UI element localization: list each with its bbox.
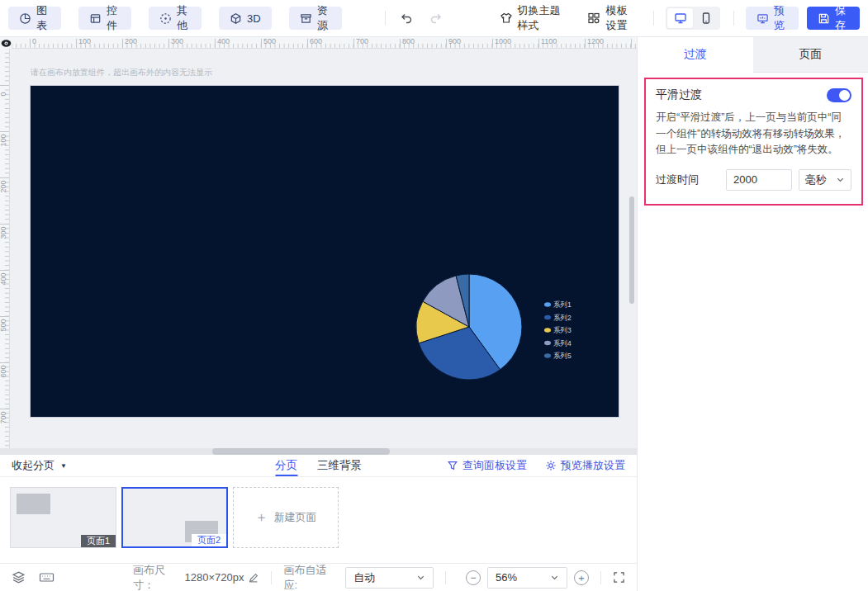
page-2-badge: 页面2 — [192, 534, 226, 546]
legend-label: 系列4 — [553, 339, 572, 348]
smooth-transition-section: 平滑过渡 开启“平滑过渡”后，上一页与当前页中“同一个组件”的转场动效将有移动转… — [644, 78, 863, 206]
design-canvas[interactable]: 系列1系列2系列3系列4系列5 — [30, 85, 619, 418]
transition-time-unit-select[interactable]: 毫秒 — [799, 169, 851, 191]
smooth-transition-description: 开启“平滑过渡”后，上一页与当前页中“同一个组件”的转场动效将有移动转场效果，但… — [656, 110, 851, 158]
tab-transition[interactable]: 过渡 — [638, 37, 753, 73]
legend-marker — [544, 353, 551, 358]
legend-label: 系列1 — [553, 300, 572, 309]
device-switch — [666, 7, 720, 30]
zoom-level-select[interactable]: 56% — [487, 567, 567, 589]
ruler-v-label: 300 — [0, 223, 7, 243]
save-button[interactable]: 保存 — [807, 7, 860, 30]
others-button-label: 其他 — [177, 3, 191, 33]
ruler-h-label: 100 — [78, 37, 91, 45]
statusbar-divider — [271, 571, 272, 584]
save-floppy-icon — [818, 12, 830, 25]
preview-button[interactable]: 预览 — [746, 7, 799, 30]
canvas-fit-select[interactable]: 自动 — [345, 567, 434, 589]
fit-screen-icon[interactable] — [613, 571, 625, 584]
switch-theme-button[interactable]: 切换主题样式 — [500, 3, 567, 33]
query-panel-settings-link[interactable]: 查询面板设置 — [447, 458, 527, 473]
horizontal-ruler: 0100200300400500600700800900100011001200 — [0, 37, 637, 49]
desktop-view-toggle[interactable] — [667, 8, 693, 28]
tab-3d-background[interactable]: 三维背景 — [317, 455, 362, 476]
zoom-out-button[interactable]: − — [466, 570, 481, 585]
canvas-fit-value: 自动 — [353, 570, 375, 585]
preview-play-settings-link[interactable]: 预览播放设置 — [545, 458, 625, 473]
workspace: 0100200300400500600700800900100011001200… — [0, 37, 637, 591]
page-thumbnail-2-selected[interactable]: 页面2 — [121, 487, 228, 548]
threed-button[interactable]: 3D — [219, 7, 272, 30]
pie-chart-icon — [19, 12, 31, 25]
canvas-warning-text: 请在画布内放置组件，超出画布外的内容无法显示 — [31, 67, 212, 78]
smooth-transition-label: 平滑过渡 — [656, 87, 702, 102]
transition-time-input[interactable] — [726, 169, 792, 191]
canvas-size-label: 画布尺寸： — [133, 563, 180, 591]
ruler-h-label: 1100 — [541, 37, 557, 45]
funnel-icon — [447, 460, 458, 471]
ruler-h-label: 1000 — [495, 37, 511, 45]
horizontal-scrollbar-track — [0, 448, 637, 455]
ruler-v-label: 400 — [0, 269, 7, 289]
new-page-button[interactable]: ＋ 新建页面 — [233, 487, 339, 548]
mobile-view-toggle[interactable] — [693, 8, 719, 28]
switch-theme-label: 切换主题样式 — [518, 3, 567, 33]
page-thumbnails: 页面1 页面2 ＋ 新建页面 — [0, 477, 637, 563]
ruler-h-label: 700 — [356, 37, 368, 45]
statusbar-divider — [600, 571, 601, 584]
toggle-knob — [839, 90, 850, 101]
smooth-transition-toggle[interactable] — [827, 88, 851, 102]
ruler-h-label: 0 — [32, 37, 36, 45]
pie-chart-widget[interactable]: 系列1系列2系列3系列4系列5 — [394, 266, 600, 390]
preview-monitor-icon — [757, 12, 769, 25]
template-settings-button[interactable]: 模板设置 — [587, 3, 637, 33]
collapse-pagination-button[interactable]: 收起分页 ▼ — [12, 458, 67, 473]
keyboard-icon[interactable] — [39, 571, 55, 584]
pie-chart-svg: 系列1系列2系列3系列4系列5 — [394, 266, 600, 390]
others-button[interactable]: 其他 — [149, 7, 202, 30]
layers-icon[interactable] — [12, 570, 26, 584]
canvas-area: 0100200300400500600700800900100011001200… — [0, 37, 637, 455]
tab-page[interactable]: 页面 — [753, 37, 868, 73]
template-grid-icon — [587, 12, 600, 25]
widget-icon — [89, 12, 102, 25]
ruler-h-label: 400 — [217, 37, 230, 45]
zoom-level-value: 56% — [496, 571, 517, 584]
thumbnail-preview-shape — [17, 494, 50, 514]
ruler-v-label: 500 — [0, 315, 7, 335]
resources-button[interactable]: 资源 — [289, 7, 342, 30]
collapse-pagination-label: 收起分页 — [12, 458, 55, 473]
threed-button-label: 3D — [247, 12, 261, 25]
controls-button-label: 控件 — [107, 3, 121, 33]
ruler-v-label: 600 — [0, 362, 7, 381]
transition-time-label: 过渡时间 — [656, 173, 699, 187]
horizontal-scrollbar[interactable] — [212, 448, 390, 455]
charts-button[interactable]: 图表 — [8, 7, 61, 30]
template-settings-label: 模板设置 — [605, 3, 637, 33]
undo-button[interactable] — [399, 9, 414, 27]
vertical-ruler: 0100200300400500600700 — [0, 49, 10, 455]
app-window: 图表 控件 其他 3D 资源 切换主题样式 模板设置 — [0, 0, 868, 591]
tab-pagination[interactable]: 分页 — [275, 455, 297, 476]
chevron-down-icon — [416, 573, 425, 582]
statusbar-divider — [445, 571, 446, 584]
zoom-in-button[interactable]: ＋ — [574, 570, 589, 585]
ruler-h-label: 200 — [125, 37, 137, 45]
redo-button[interactable] — [429, 9, 443, 27]
controls-button[interactable]: 控件 — [78, 7, 131, 30]
preview-button-label: 预览 — [774, 3, 788, 33]
page-thumbnail-1[interactable]: 页面1 — [10, 487, 116, 548]
toolbar-divider — [733, 11, 734, 26]
edit-pencil-icon[interactable] — [248, 572, 259, 584]
eye-icon[interactable] — [0, 37, 12, 49]
right-panel-tabs: 过渡 页面 — [638, 37, 868, 73]
toolbar-divider — [653, 11, 654, 26]
resources-button-label: 资源 — [317, 3, 331, 33]
chevron-down-icon — [836, 175, 845, 184]
new-page-label: 新建页面 — [274, 510, 317, 525]
shirt-icon — [500, 12, 513, 25]
legend-marker — [544, 328, 551, 333]
vertical-scrollbar[interactable] — [629, 196, 634, 304]
save-button-label: 保存 — [835, 3, 849, 33]
ruler-h-label: 600 — [310, 37, 322, 45]
